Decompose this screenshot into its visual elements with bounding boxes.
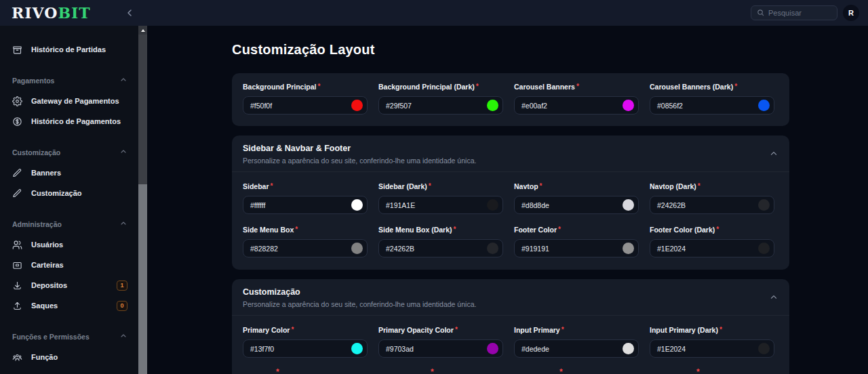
color-value: #191A1E [386, 201, 487, 209]
color-swatch[interactable] [351, 343, 363, 354]
color-input[interactable]: #ffffff [243, 196, 368, 214]
color-input[interactable]: #f50f0f [243, 96, 368, 115]
chevron-left-icon [124, 9, 135, 20]
color-input[interactable]: #24262B [378, 239, 503, 257]
sidebar-section-pagamentos[interactable]: Pagamentos [0, 70, 138, 91]
field-carousel-banners: Carousel Banners#e00af2 [514, 83, 639, 115]
color-swatch[interactable] [623, 100, 634, 111]
top-navbar: RIVOBIT R [0, 0, 868, 26]
color-value: #0856f2 [657, 102, 758, 110]
color-input[interactable]: #dedede [514, 339, 639, 358]
color-value: #24262B [657, 201, 758, 209]
sidebar-item-label: Depositos [31, 281, 117, 289]
chevron-up-icon [119, 76, 127, 85]
color-input[interactable]: #1E2024 [650, 339, 774, 358]
field-navtop-dark: Navtop (Dark)#24262B [650, 182, 774, 214]
field-input-primary: Input Primary#dedede [514, 326, 639, 358]
sidebar-item-depositos[interactable]: Depositos1 [0, 275, 138, 295]
user-avatar[interactable]: R [843, 5, 859, 21]
search-input[interactable] [768, 9, 831, 17]
collapse-card-button[interactable] [769, 293, 778, 302]
scrollbar-thumb[interactable] [138, 184, 147, 374]
field-label: Primary Color [243, 326, 368, 334]
sidebar-item-label: Histórico de Partidas [31, 45, 127, 54]
color-input[interactable]: #24262B [650, 196, 774, 214]
sidebar-collapse-button[interactable] [124, 7, 135, 18]
color-input[interactable]: #919191 [514, 239, 639, 257]
chevron-up-icon [119, 332, 127, 341]
count-badge: 0 [117, 301, 127, 311]
color-input[interactable]: #13f7f0 [243, 339, 368, 358]
field-sidebar-dark: Sidebar (Dark)#191A1E [378, 182, 503, 214]
color-swatch[interactable] [623, 343, 634, 354]
section-label: Customização [12, 148, 119, 157]
color-swatch[interactable] [351, 243, 363, 254]
sidebar-item-saques[interactable]: Saques0 [0, 295, 138, 316]
color-input[interactable]: #9703ad [378, 339, 503, 358]
color-swatch[interactable] [623, 199, 634, 211]
section-label: Pagamentos [12, 77, 119, 85]
field-label: Navtop (Dark) [650, 182, 774, 190]
card-header: Customização Personalize a aparência do … [232, 279, 789, 316]
color-input[interactable]: #e00af2 [514, 96, 639, 115]
field-navtop: Navtop#d8d8de [514, 182, 639, 214]
sidebar-item-historico-de-partidas[interactable]: Histórico de Partidas [0, 39, 138, 60]
scroll-up-button[interactable] [138, 26, 147, 35]
color-value: #828282 [250, 245, 351, 253]
color-value: #1E2024 [657, 345, 758, 353]
chevron-up-icon [119, 148, 127, 157]
color-swatch[interactable] [487, 243, 498, 254]
color-input[interactable]: #1E2024 [650, 239, 774, 257]
sidebar-section-customizacao[interactable]: Customização [0, 142, 138, 163]
color-value: #919191 [521, 245, 623, 253]
section-label: Administração [12, 220, 119, 228]
color-swatch[interactable] [758, 243, 770, 254]
color-input[interactable]: #828282 [243, 239, 368, 257]
section-label: Funções e Permissões [12, 333, 119, 341]
color-swatch[interactable] [487, 343, 498, 354]
color-swatch[interactable] [351, 100, 363, 111]
field-sidebar: Sidebar#ffffff [243, 182, 368, 214]
color-value: #9703ad [386, 345, 487, 353]
color-input[interactable]: #191A1E [378, 196, 503, 214]
sidebar-item-banners[interactable]: Banners [0, 163, 138, 183]
color-swatch[interactable] [758, 100, 770, 111]
collapse-card-button[interactable] [769, 149, 778, 159]
color-swatch[interactable] [487, 100, 498, 111]
sidebar-scrollbar[interactable] [138, 26, 147, 374]
app-logo[interactable]: RIVOBIT [12, 3, 91, 22]
sidebar-item-label: Customização [31, 189, 127, 197]
sidebar-section-funcoes-e-permissoes[interactable]: Funções e Permissões [0, 327, 138, 347]
chevron-up-icon [119, 220, 127, 229]
card-subtitle: Personalize a aparência do seu site, con… [243, 157, 778, 165]
card-customizacao: Customização Personalize a aparência do … [232, 279, 789, 374]
color-swatch[interactable] [758, 343, 770, 354]
sidebar-item-carteiras[interactable]: Carteiras [0, 255, 138, 275]
brush-icon [12, 168, 22, 178]
color-input[interactable]: #d8d8de [514, 196, 639, 214]
sidebar-item-permissao[interactable]: Permissão [0, 367, 138, 374]
sidebar-item-customizacao[interactable]: Customização [0, 183, 138, 203]
sidebar-item-usuarios[interactable]: Usuários [0, 234, 138, 255]
triangle-up-icon [141, 29, 145, 32]
sidebar-section-administracao[interactable]: Administração [0, 214, 138, 234]
color-swatch[interactable] [487, 199, 498, 211]
color-value: #24262B [386, 245, 487, 253]
color-swatch[interactable] [623, 243, 634, 254]
color-value: #f50f0f [250, 102, 351, 110]
color-input[interactable]: #0856f2 [650, 96, 774, 115]
field-primary-color: Primary Color#13f7f0 [243, 326, 368, 358]
sidebar-item-label: Usuários [31, 241, 127, 249]
sidebar-item-gateway-de-pagamentos[interactable]: Gateway de Pagamentos [0, 91, 138, 111]
field-label: Carousel Banners (Dark) [650, 83, 774, 91]
logo-text-bit: BIT [58, 4, 90, 22]
sidebar-item-historico-de-pagamentos[interactable]: Histórico de Pagamentos [0, 111, 138, 131]
color-swatch[interactable] [351, 199, 363, 211]
color-swatch[interactable] [758, 199, 770, 211]
required-asterisk [276, 367, 279, 374]
search-box[interactable] [751, 5, 837, 20]
users-group-icon [12, 352, 22, 362]
color-input[interactable]: #29f507 [378, 96, 503, 115]
sidebar-item-funcao[interactable]: Função [0, 347, 138, 367]
field-footer-color-dark: Footer Color (Dark)#1E2024 [650, 226, 774, 257]
